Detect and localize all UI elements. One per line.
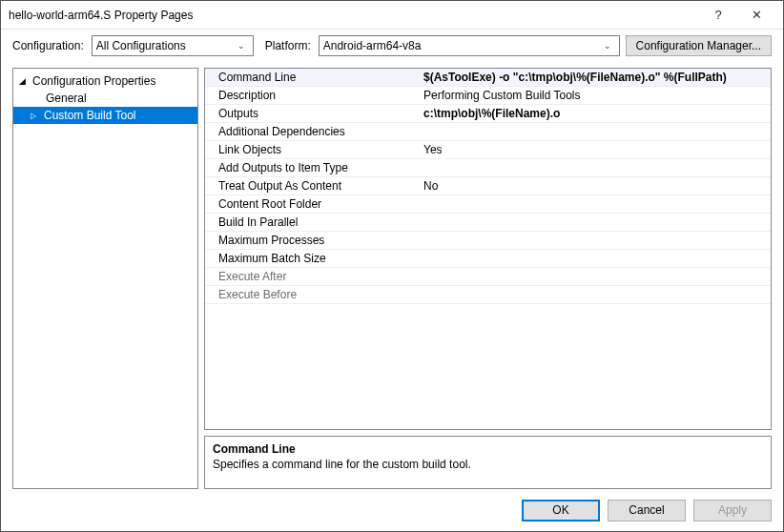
config-bar: Configuration: All Configurations ⌄ Plat… [1, 30, 783, 62]
property-row[interactable]: Execute After [205, 268, 771, 286]
description-text: Specifies a command line for the custom … [213, 458, 763, 471]
tree-root-config-properties[interactable]: ◢ Configuration Properties [13, 72, 197, 90]
property-row[interactable]: Build In Parallel [205, 214, 771, 232]
property-name: Execute After [205, 270, 420, 283]
configuration-dropdown[interactable]: All Configurations ⌄ [92, 35, 254, 56]
property-value[interactable]: $(AsToolExe) -o "c:\tmp\obj\%(FileName).… [420, 71, 771, 84]
tree-item-general[interactable]: General [13, 90, 197, 107]
configuration-value: All Configurations [96, 39, 234, 52]
property-name: Link Objects [205, 143, 420, 156]
property-name: Add Outputs to Item Type [205, 161, 420, 174]
platform-value: Android-arm64-v8a [323, 39, 600, 52]
property-name: Additional Dependencies [205, 125, 420, 138]
property-row[interactable]: Link ObjectsYes [205, 141, 771, 159]
help-button[interactable]: ? [699, 1, 737, 30]
tree-item-custom-build-tool[interactable]: ▷ Custom Build Tool [13, 107, 197, 124]
property-name: Description [205, 89, 420, 102]
property-value[interactable]: c:\tmp\obj\%(FileName).o [420, 107, 771, 120]
description-box: Command Line Specifies a command line fo… [204, 436, 772, 489]
property-row[interactable]: Maximum Batch Size [205, 250, 771, 268]
property-row[interactable]: Command Line$(AsToolExe) -o "c:\tmp\obj\… [205, 69, 771, 87]
property-grid[interactable]: Command Line$(AsToolExe) -o "c:\tmp\obj\… [204, 68, 772, 430]
property-row[interactable]: Outputsc:\tmp\obj\%(FileName).o [205, 105, 771, 123]
platform-label: Platform: [265, 39, 311, 52]
close-icon: ✕ [752, 8, 762, 22]
description-title: Command Line [213, 442, 763, 456]
property-value[interactable]: No [420, 179, 771, 193]
property-name: Execute Before [205, 288, 420, 301]
configuration-manager-button[interactable]: Configuration Manager... [626, 35, 772, 56]
cancel-button[interactable]: Cancel [608, 500, 686, 522]
chevron-down-icon: ⌄ [234, 41, 249, 51]
property-row[interactable]: DescriptionPerforming Custom Build Tools [205, 87, 771, 105]
titlebar: hello-world-arm64.S Property Pages ? ✕ [1, 1, 783, 30]
chevron-down-icon: ⌄ [600, 41, 615, 51]
caret-down-icon: ◢ [19, 76, 29, 86]
footer: OK Cancel Apply [1, 489, 783, 531]
property-name: Treat Output As Content [205, 179, 420, 193]
property-value[interactable]: Performing Custom Build Tools [420, 89, 771, 102]
property-name: Command Line [205, 71, 420, 84]
property-value[interactable]: Yes [420, 143, 771, 156]
property-row[interactable]: Additional Dependencies [205, 123, 771, 141]
property-row[interactable]: Treat Output As ContentNo [205, 177, 771, 195]
ok-button[interactable]: OK [522, 500, 600, 522]
property-row[interactable]: Add Outputs to Item Type [205, 159, 771, 177]
right-panel: Command Line$(AsToolExe) -o "c:\tmp\obj\… [204, 68, 772, 489]
property-name: Content Root Folder [205, 197, 420, 211]
property-name: Maximum Processes [205, 234, 420, 247]
property-name: Outputs [205, 107, 420, 120]
apply-button[interactable]: Apply [693, 500, 772, 522]
property-pages-window: hello-world-arm64.S Property Pages ? ✕ C… [0, 0, 784, 532]
property-row[interactable]: Maximum Processes [205, 232, 771, 250]
help-icon: ? [714, 8, 721, 22]
property-name: Build In Parallel [205, 215, 420, 229]
configuration-label: Configuration: [12, 39, 84, 52]
window-title: hello-world-arm64.S Property Pages [9, 9, 699, 22]
property-row[interactable]: Execute Before [205, 286, 771, 304]
main-area: ◢ Configuration Properties General ▷ Cus… [1, 62, 783, 489]
nav-tree[interactable]: ◢ Configuration Properties General ▷ Cus… [12, 68, 198, 489]
close-button[interactable]: ✕ [737, 1, 775, 30]
property-name: Maximum Batch Size [205, 252, 420, 265]
property-row[interactable]: Content Root Folder [205, 195, 771, 214]
platform-dropdown[interactable]: Android-arm64-v8a ⌄ [319, 35, 620, 56]
caret-right-icon: ▷ [31, 112, 40, 120]
